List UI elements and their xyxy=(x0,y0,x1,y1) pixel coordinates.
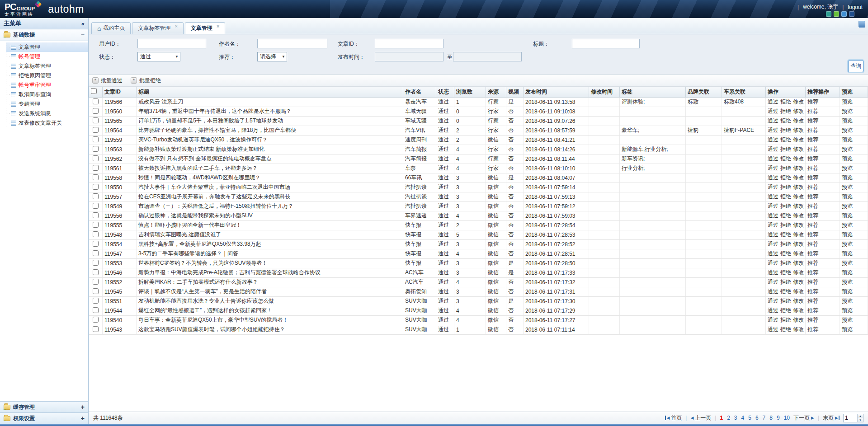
next-page-button[interactable]: 下一页 ▶ xyxy=(793,414,814,422)
first-page-button[interactable]: ◀ 首页 xyxy=(665,414,682,422)
tab-close-icon[interactable]: × xyxy=(175,23,177,29)
op-approve-link[interactable]: 通过 xyxy=(768,326,778,332)
page-number-8[interactable]: 8 xyxy=(769,415,773,421)
op-approve-link[interactable]: 通过 xyxy=(768,108,778,114)
op-reject-link[interactable]: 拒绝 xyxy=(780,212,791,219)
page-number-1[interactable]: 1 xyxy=(720,415,723,421)
recommend-link[interactable]: 推荐 xyxy=(807,203,818,209)
row-checkbox[interactable] xyxy=(93,222,99,228)
op-edit-link[interactable]: 修改 xyxy=(793,146,804,152)
sidebar-item-文章管理[interactable]: 文章管理 xyxy=(6,42,88,52)
op-edit-link[interactable]: 修改 xyxy=(793,260,804,266)
op-approve-link[interactable]: 通过 xyxy=(768,127,778,133)
op-edit-link[interactable]: 修改 xyxy=(793,288,804,295)
tab-my-home[interactable]: ⌂ 我的主页 xyxy=(91,22,131,34)
preview-link[interactable]: 预览 xyxy=(842,298,853,304)
title-input[interactable] xyxy=(572,39,640,48)
publish-time-end-input[interactable] xyxy=(453,52,522,61)
preview-link[interactable]: 预览 xyxy=(842,307,853,314)
author-input[interactable] xyxy=(257,39,327,48)
op-reject-link[interactable]: 拒绝 xyxy=(780,136,791,143)
op-reject-link[interactable]: 拒绝 xyxy=(780,231,791,238)
recommend-link[interactable]: 推荐 xyxy=(807,98,818,105)
sidebar-item-帐号管理[interactable]: 帐号管理 xyxy=(6,52,88,61)
op-approve-link[interactable]: 通过 xyxy=(768,307,778,314)
recommend-link[interactable]: 推荐 xyxy=(807,184,818,190)
preview-link[interactable]: 预览 xyxy=(842,108,853,114)
recommend-link[interactable]: 推荐 xyxy=(807,136,818,143)
spinner-up-icon[interactable]: ▲ xyxy=(858,414,863,418)
op-edit-link[interactable]: 修改 xyxy=(793,203,804,209)
sidebar-item-帐号重审管理[interactable]: 帐号重审管理 xyxy=(6,80,88,90)
op-approve-link[interactable]: 通过 xyxy=(768,146,778,152)
op-edit-link[interactable]: 修改 xyxy=(793,317,804,323)
preview-link[interactable]: 预览 xyxy=(842,250,853,257)
row-checkbox[interactable] xyxy=(93,108,99,114)
op-reject-link[interactable]: 拒绝 xyxy=(780,250,791,257)
status-select[interactable]: 通过 ▼ xyxy=(137,52,180,61)
row-checkbox[interactable] xyxy=(93,317,99,323)
op-reject-link[interactable]: 拒绝 xyxy=(780,117,791,124)
sidebar-collapse-icon[interactable]: « xyxy=(81,20,85,27)
op-edit-link[interactable]: 修改 xyxy=(793,250,804,257)
preview-link[interactable]: 预览 xyxy=(842,136,853,143)
op-approve-link[interactable]: 通过 xyxy=(768,317,778,323)
quick-icon-3[interactable] xyxy=(841,11,847,17)
row-checkbox[interactable] xyxy=(93,231,99,237)
op-approve-link[interactable]: 通过 xyxy=(768,231,778,238)
recommend-link[interactable]: 推荐 xyxy=(807,241,818,247)
row-checkbox[interactable] xyxy=(93,288,99,294)
prev-page-button[interactable]: ◀ 上一页 xyxy=(690,414,711,422)
recommend-select[interactable]: 请选择 ▼ xyxy=(257,52,287,61)
page-jump-input[interactable] xyxy=(844,414,857,422)
row-checkbox[interactable] xyxy=(93,127,99,133)
publish-time-start-input[interactable] xyxy=(375,52,443,61)
quick-icon-1[interactable] xyxy=(826,11,831,17)
expand-plus-icon[interactable]: + xyxy=(81,415,85,421)
last-page-button[interactable]: 末页 ▶ xyxy=(823,414,840,422)
quick-icon-4[interactable] xyxy=(849,11,854,17)
row-checkbox[interactable] xyxy=(93,146,99,152)
op-reject-link[interactable]: 拒绝 xyxy=(780,193,791,200)
recommend-link[interactable]: 推荐 xyxy=(807,269,818,276)
recommend-link[interactable]: 推荐 xyxy=(807,193,818,200)
row-checkbox[interactable] xyxy=(93,98,99,104)
user-id-input[interactable] xyxy=(137,39,206,48)
recommend-link[interactable]: 推荐 xyxy=(807,127,818,133)
preview-link[interactable]: 预览 xyxy=(842,155,853,162)
recommend-link[interactable]: 推荐 xyxy=(807,155,818,162)
preview-link[interactable]: 预览 xyxy=(842,174,853,181)
recommend-link[interactable]: 推荐 xyxy=(807,317,818,323)
op-reject-link[interactable]: 拒绝 xyxy=(780,146,791,152)
op-edit-link[interactable]: 修改 xyxy=(793,155,804,162)
recommend-link[interactable]: 推荐 xyxy=(807,326,818,332)
batch-approve-button[interactable]: * 批量通过 xyxy=(92,77,123,84)
preview-link[interactable]: 预览 xyxy=(842,317,853,323)
preview-link[interactable]: 预览 xyxy=(842,193,853,200)
recommend-link[interactable]: 推荐 xyxy=(807,288,818,295)
tab-close-icon[interactable]: × xyxy=(217,23,219,29)
op-edit-link[interactable]: 修改 xyxy=(793,165,804,171)
sidebar-item-文章标签管理[interactable]: 文章标签管理 xyxy=(6,61,88,71)
preview-link[interactable]: 预览 xyxy=(842,269,853,276)
op-approve-link[interactable]: 通过 xyxy=(768,288,778,295)
recommend-link[interactable]: 推荐 xyxy=(807,108,818,114)
page-number-6[interactable]: 6 xyxy=(755,415,759,421)
sidebar-item-专题管理[interactable]: 专题管理 xyxy=(6,99,88,109)
row-checkbox[interactable] xyxy=(93,174,99,180)
recommend-link[interactable]: 推荐 xyxy=(807,298,818,304)
op-reject-link[interactable]: 拒绝 xyxy=(780,155,791,162)
op-edit-link[interactable]: 修改 xyxy=(793,98,804,105)
op-reject-link[interactable]: 拒绝 xyxy=(780,269,791,276)
row-checkbox[interactable] xyxy=(93,269,99,275)
preview-link[interactable]: 预览 xyxy=(842,260,853,266)
op-reject-link[interactable]: 拒绝 xyxy=(780,298,791,304)
row-checkbox[interactable] xyxy=(93,136,99,142)
preview-link[interactable]: 预览 xyxy=(842,326,853,332)
op-reject-link[interactable]: 拒绝 xyxy=(780,279,791,285)
preview-link[interactable]: 预览 xyxy=(842,165,853,171)
recommend-link[interactable]: 推荐 xyxy=(807,231,818,238)
op-approve-link[interactable]: 通过 xyxy=(768,193,778,200)
row-checkbox[interactable] xyxy=(93,212,99,218)
logout-link[interactable]: logout xyxy=(848,4,863,10)
